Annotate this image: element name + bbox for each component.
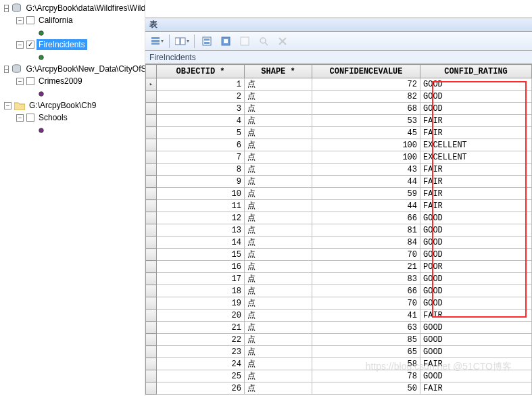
cell-shape[interactable]: 点 bbox=[245, 322, 312, 334]
cell-objectid[interactable]: 6 bbox=[157, 139, 245, 151]
cell-confidencevalue[interactable]: 100 bbox=[312, 139, 420, 151]
row-selector[interactable] bbox=[146, 91, 157, 103]
cell-shape[interactable]: 点 bbox=[245, 91, 312, 103]
table-row[interactable]: 15点70GOOD bbox=[146, 249, 532, 261]
row-selector[interactable] bbox=[146, 139, 157, 151]
table-row[interactable]: 3点68GOOD bbox=[146, 103, 532, 115]
expand-toggle[interactable]: − bbox=[16, 78, 24, 85]
cell-confid-rating[interactable]: FAIR bbox=[420, 310, 532, 322]
cell-confid-rating[interactable]: EXCELLENT bbox=[420, 151, 532, 164]
row-selector[interactable] bbox=[146, 285, 157, 297]
cell-confidencevalue[interactable]: 70 bbox=[312, 297, 420, 310]
toc-layer-label[interactable]: California bbox=[37, 15, 75, 26]
row-selector[interactable] bbox=[146, 358, 157, 370]
cell-confidencevalue[interactable]: 72 bbox=[312, 78, 420, 91]
table-row[interactable]: 25点78GOOD bbox=[146, 370, 532, 382]
cell-shape[interactable]: 点 bbox=[245, 370, 312, 382]
table-row[interactable]: 12点66GOOD bbox=[146, 212, 532, 224]
cell-confid-rating[interactable]: EXCELLENT bbox=[420, 139, 532, 151]
row-selector[interactable] bbox=[146, 334, 157, 346]
cell-objectid[interactable]: 22 bbox=[157, 334, 245, 346]
toc-group[interactable]: −G:\ArcpyBook\New_Data\CityOfSanAntonio.… bbox=[0, 63, 145, 75]
row-selector[interactable] bbox=[146, 176, 157, 188]
cell-objectid[interactable]: 23 bbox=[157, 346, 245, 358]
cell-shape[interactable]: 点 bbox=[245, 273, 312, 285]
row-selector[interactable] bbox=[146, 151, 157, 164]
column-header-confid-rating[interactable]: CONFID_RATING bbox=[420, 65, 532, 78]
cell-shape[interactable]: 点 bbox=[245, 151, 312, 164]
cell-objectid[interactable]: 20 bbox=[157, 310, 245, 322]
row-selector[interactable] bbox=[146, 382, 157, 395]
row-selector-header[interactable] bbox=[146, 65, 157, 78]
layer-visibility-checkbox[interactable] bbox=[26, 77, 34, 85]
cell-confid-rating[interactable]: GOOD bbox=[420, 346, 532, 358]
expand-toggle[interactable]: − bbox=[4, 102, 11, 109]
row-selector[interactable] bbox=[146, 310, 157, 322]
cell-shape[interactable]: 点 bbox=[245, 139, 312, 151]
cell-confidencevalue[interactable]: 68 bbox=[312, 103, 420, 115]
table-row[interactable]: 5点45FAIR bbox=[146, 127, 532, 139]
row-selector[interactable] bbox=[146, 273, 157, 285]
cell-confidencevalue[interactable]: 78 bbox=[312, 370, 420, 382]
cell-confid-rating[interactable]: GOOD bbox=[420, 237, 532, 249]
row-selector[interactable] bbox=[146, 346, 157, 358]
cell-shape[interactable]: 点 bbox=[245, 285, 312, 297]
table-row[interactable]: 11点44FAIR bbox=[146, 200, 532, 212]
cell-confid-rating[interactable]: GOOD bbox=[420, 91, 532, 103]
table-row[interactable]: 21点63GOOD bbox=[146, 322, 532, 334]
expand-toggle[interactable]: − bbox=[4, 5, 9, 12]
cell-confidencevalue[interactable]: 100 bbox=[312, 151, 420, 164]
cell-confidencevalue[interactable]: 43 bbox=[312, 164, 420, 176]
row-selector[interactable] bbox=[146, 164, 157, 176]
table-row[interactable]: 24点58FAIR bbox=[146, 358, 532, 370]
cell-confidencevalue[interactable]: 58 bbox=[312, 358, 420, 370]
expand-toggle[interactable]: − bbox=[16, 114, 24, 122]
row-selector[interactable] bbox=[146, 103, 157, 115]
table-row[interactable]: 23点65GOOD bbox=[146, 346, 532, 358]
table-row[interactable]: 16点21POOR bbox=[146, 261, 532, 273]
table-row[interactable]: 17点83GOOD bbox=[146, 273, 532, 285]
cell-confid-rating[interactable]: GOOD bbox=[420, 273, 532, 285]
switch-selection-button[interactable] bbox=[217, 34, 235, 49]
cell-shape[interactable]: 点 bbox=[245, 261, 312, 273]
table-row[interactable]: 7点100EXCELLENT bbox=[146, 151, 532, 164]
cell-confid-rating[interactable]: GOOD bbox=[420, 370, 532, 382]
cell-confidencevalue[interactable]: 44 bbox=[312, 176, 420, 188]
table-row[interactable]: 20点41FAIR bbox=[146, 310, 532, 322]
cell-confid-rating[interactable]: GOOD bbox=[420, 334, 532, 346]
table-grid[interactable]: OBJECTID * SHAPE * CONFIDENCEVALUE CONFI… bbox=[145, 64, 532, 396]
cell-shape[interactable]: 点 bbox=[245, 237, 312, 249]
cell-confidencevalue[interactable]: 50 bbox=[312, 382, 420, 395]
cell-shape[interactable]: 点 bbox=[245, 358, 312, 370]
table-row[interactable]: 19点70GOOD bbox=[146, 297, 532, 310]
cell-objectid[interactable]: 2 bbox=[157, 91, 245, 103]
cell-objectid[interactable]: 10 bbox=[157, 188, 245, 200]
cell-objectid[interactable]: 19 bbox=[157, 297, 245, 310]
cell-confidencevalue[interactable]: 45 bbox=[312, 127, 420, 139]
cell-confidencevalue[interactable]: 66 bbox=[312, 212, 420, 224]
cell-confid-rating[interactable]: GOOD bbox=[420, 224, 532, 237]
cell-confidencevalue[interactable]: 84 bbox=[312, 237, 420, 249]
cell-confid-rating[interactable]: FAIR bbox=[420, 358, 532, 370]
table-row[interactable]: 4点53FAIR bbox=[146, 115, 532, 127]
layer-visibility-checkbox[interactable] bbox=[26, 114, 34, 122]
cell-confidencevalue[interactable]: 82 bbox=[312, 91, 420, 103]
row-selector[interactable] bbox=[146, 297, 157, 310]
cell-shape[interactable]: 点 bbox=[245, 346, 312, 358]
cell-confidencevalue[interactable]: 21 bbox=[312, 261, 420, 273]
cell-shape[interactable]: 点 bbox=[245, 310, 312, 322]
row-selector[interactable] bbox=[146, 127, 157, 139]
row-selector[interactable] bbox=[146, 237, 157, 249]
row-selector[interactable] bbox=[146, 224, 157, 237]
column-header-objectid[interactable]: OBJECTID * bbox=[157, 65, 245, 78]
cell-objectid[interactable]: 24 bbox=[157, 358, 245, 370]
cell-confidencevalue[interactable]: 59 bbox=[312, 188, 420, 200]
toc-layer[interactable]: −Schools bbox=[0, 112, 145, 124]
row-selector[interactable] bbox=[146, 322, 157, 334]
zoom-selected-button[interactable] bbox=[255, 34, 272, 49]
row-selector[interactable] bbox=[146, 370, 157, 382]
cell-confid-rating[interactable]: FAIR bbox=[420, 382, 532, 395]
table-row[interactable]: ▸1点72GOOD bbox=[146, 78, 532, 91]
cell-confidencevalue[interactable]: 63 bbox=[312, 322, 420, 334]
row-selector[interactable] bbox=[146, 261, 157, 273]
